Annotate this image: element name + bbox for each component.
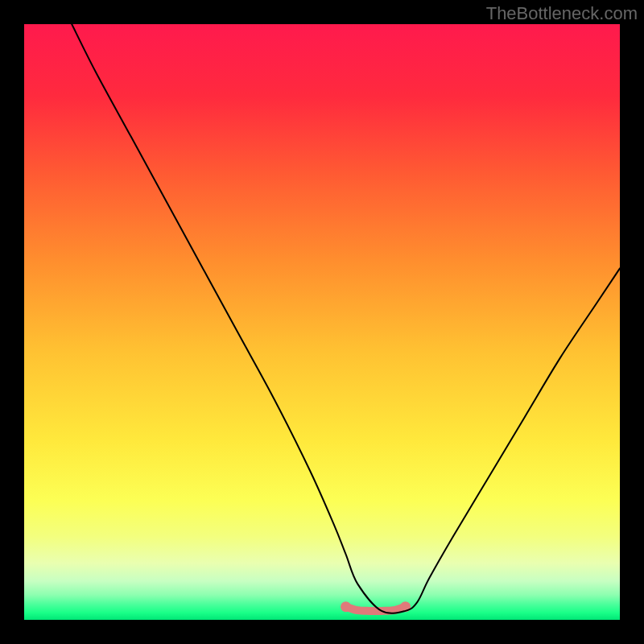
gradient-background [24,24,620,620]
watermark-text: TheBottleneck.com [486,3,638,24]
svg-rect-0 [24,24,620,620]
plot-area [24,24,620,620]
chart-container: TheBottleneck.com [0,0,644,644]
